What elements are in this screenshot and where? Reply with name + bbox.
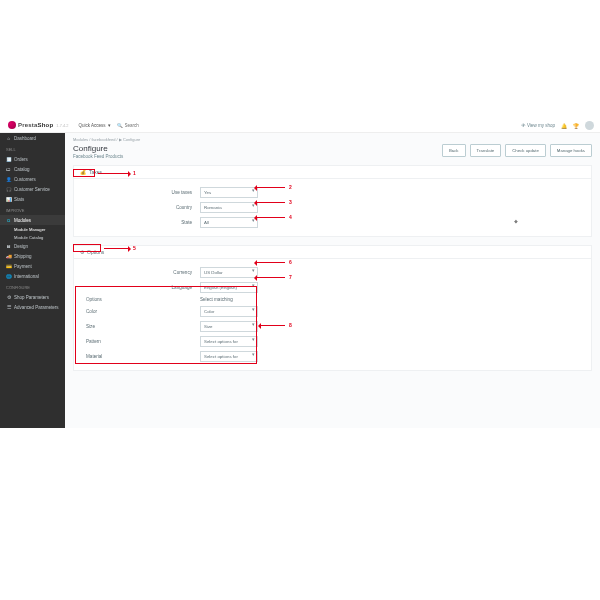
page-title: Configure [73, 144, 123, 153]
sidebar-item-label: International [14, 274, 39, 279]
payment-icon: 💳 [6, 264, 11, 269]
annotation-8: 8 [289, 322, 292, 328]
annotation-3: 3 [289, 199, 292, 205]
panel-taxes: 💰Taxes Use taxes Yes Country Romania Sta… [73, 165, 592, 237]
select-language[interactable]: English (English) [200, 282, 258, 293]
label-state: State [80, 220, 200, 225]
notifications-icon[interactable]: 🔔 [561, 123, 567, 129]
arrow-3 [255, 202, 285, 203]
panel-options-header: ⚙Options [74, 246, 591, 259]
trophy-icon[interactable]: 🏆 [573, 123, 579, 129]
sidebar-item-label: Catalog [14, 167, 30, 172]
sidebar-item-label: Design [14, 244, 28, 249]
breadcrumb[interactable]: Modules / facebookfeed / ▶ Configure [65, 133, 600, 142]
sidebar-item-orders[interactable]: 🧾Orders [0, 154, 65, 164]
search-icon: 🔍 [117, 123, 123, 128]
shipping-icon: 🚚 [6, 254, 11, 259]
modules-icon: ⧉ [6, 218, 11, 223]
sidebar-item-advanced-params[interactable]: ☰Advanced Parameters [0, 302, 65, 312]
label-language: Language [80, 285, 200, 290]
sidebar-item-label: Shop Parameters [14, 295, 49, 300]
catalog-icon: 🗂 [6, 167, 11, 172]
panel-options: ⚙Options Currency US Dollar Language Eng… [73, 245, 592, 371]
select-size[interactable]: Size [200, 321, 258, 332]
select-currency[interactable]: US Dollar [200, 267, 258, 278]
main-content: Modules / facebookfeed / ▶ Configure Con… [65, 133, 600, 428]
select-pattern[interactable]: Select options for [200, 336, 258, 347]
sidebar-subitem-module-catalog[interactable]: Module Catalog [14, 233, 65, 241]
annotation-4: 4 [289, 214, 292, 220]
sidebar-item-catalog[interactable]: 🗂Catalog [0, 164, 65, 174]
sidebar-item-label: Payment [14, 264, 32, 269]
sidebar-item-shop-params[interactable]: ⚙Shop Parameters [0, 292, 65, 302]
sidebar-item-stats[interactable]: 📊Stats [0, 194, 65, 204]
arrow-6 [255, 262, 285, 263]
quick-access-dropdown[interactable]: Quick Access ▾ [79, 123, 111, 128]
sidebar-item-dashboard[interactable]: ⌂Dashboard [0, 133, 65, 143]
panel-taxes-header: 💰Taxes [74, 166, 591, 179]
topbar-actions: 👁 View my shop 🔔 🏆 [521, 118, 594, 133]
sidebar-section-configure: CONFIGURE [0, 281, 65, 292]
manage-hooks-button[interactable]: Manage hooks [550, 144, 592, 157]
select-color[interactable]: Color [200, 306, 258, 317]
select-country[interactable]: Romania [200, 202, 258, 213]
sidebar-item-shipping[interactable]: 🚚Shipping [0, 251, 65, 261]
sidebar-item-design[interactable]: 🖥Design [0, 241, 65, 251]
stats-icon: 📊 [6, 197, 11, 202]
sidebar-item-customer-service[interactable]: 🎧Customer Service [0, 184, 65, 194]
annotation-1: 1 [133, 170, 136, 176]
sidebar-item-international[interactable]: 🌐International [0, 271, 65, 281]
arrow-2 [255, 187, 285, 188]
view-shop-link[interactable]: 👁 View my shop [521, 123, 555, 128]
cursor-icon: ⌖ [514, 218, 518, 226]
sidebar-item-label: Shipping [14, 254, 32, 259]
select-material[interactable]: Select options for [200, 351, 258, 362]
sidebar-item-payment[interactable]: 💳Payment [0, 261, 65, 271]
label-material: Material [80, 354, 200, 359]
select-state[interactable]: All [200, 217, 258, 228]
page-header: Configure Facebook Feed Products Back Tr… [65, 142, 600, 165]
globe-icon: 🌐 [6, 274, 11, 279]
sidebar-section-sell: SELL [0, 143, 65, 154]
header-actions: Back Translate Check update Manage hooks [442, 144, 592, 157]
sidebar-item-label: Dashboard [14, 136, 36, 141]
annotation-5: 5 [133, 245, 136, 251]
sidebar-submenu-modules: Module Manager Module Catalog [0, 225, 65, 241]
label-color: Color [80, 309, 200, 314]
version-tag: 1.7.4.2 [56, 123, 68, 128]
translate-button[interactable]: Translate [470, 144, 502, 157]
sidebar-item-label: Customer Service [14, 187, 50, 192]
page-subtitle: Facebook Feed Products [73, 154, 123, 159]
arrow-8 [259, 325, 285, 326]
arrow-1 [98, 173, 130, 174]
select-use-taxes[interactable]: Yes [200, 187, 258, 198]
customers-icon: 👤 [6, 177, 11, 182]
brand-logo[interactable]: PrestaShop 1.7.4.2 [8, 121, 69, 129]
design-icon: 🖥 [6, 244, 11, 249]
search-box[interactable]: 🔍 [117, 123, 175, 128]
chevron-down-icon: ▾ [108, 123, 111, 128]
sidebar-item-label: Orders [14, 157, 28, 162]
sidebar-item-modules[interactable]: ⧉Modules [0, 215, 65, 225]
search-input[interactable] [125, 123, 175, 128]
annotation-6: 6 [289, 259, 292, 265]
label-pattern: Pattern [80, 339, 200, 344]
label-currency: Currency [80, 270, 200, 275]
money-icon: 💰 [80, 169, 86, 175]
sliders-icon: ☰ [6, 305, 11, 310]
sidebar-subitem-module-manager[interactable]: Module Manager [14, 225, 65, 233]
check-update-button[interactable]: Check update [505, 144, 546, 157]
quick-access-label: Quick Access [79, 123, 106, 128]
sidebar-item-customers[interactable]: 👤Customers [0, 174, 65, 184]
sidebar-section-improve: IMPROVE [0, 204, 65, 215]
back-button[interactable]: Back [442, 144, 466, 157]
top-bar: PrestaShop 1.7.4.2 Quick Access ▾ 🔍 👁 Vi… [0, 118, 600, 133]
annotation-7: 7 [289, 274, 292, 280]
arrow-4 [255, 217, 285, 218]
sidebar-item-label: Modules [14, 218, 31, 223]
sidebar-item-label: Customers [14, 177, 36, 182]
support-icon: 🎧 [6, 187, 11, 192]
avatar[interactable] [585, 121, 594, 130]
options-grid-header: Options Select matching [80, 297, 585, 302]
annotation-2: 2 [289, 184, 292, 190]
